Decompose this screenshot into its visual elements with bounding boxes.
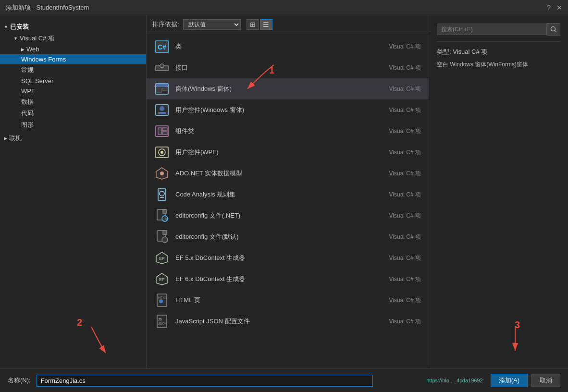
svg-text:EF: EF	[159, 277, 165, 282]
sort-label: 排序依据:	[152, 20, 179, 29]
ef6-dbcontext-category: Visual C# 项	[363, 275, 421, 283]
sidebar-item-online[interactable]: ▶ 联机	[0, 133, 146, 144]
item-form[interactable]: 窗体(Windows 窗体) Visual C# 项	[147, 78, 429, 99]
sidebar-item-changgui[interactable]: 常规	[0, 64, 146, 76]
installed-expand-arrow: ▼	[4, 24, 8, 29]
svg-rect-12	[158, 128, 161, 135]
items-list: C# 类 Visual C# 项 接口 Visual C#	[147, 34, 429, 368]
code-analysis-name: Code Analysis 规则集	[175, 190, 358, 199]
item-json-config[interactable]: JS JSON JavaScript JSON 配置文件 Visual C# 项	[147, 311, 429, 332]
info-description: 空白 Windows 窗体(WinForms)窗体	[437, 60, 560, 69]
form-category: Visual C# 项	[363, 85, 421, 93]
add-button[interactable]: 添加(A)	[491, 374, 528, 387]
search-input[interactable]	[437, 24, 547, 35]
editorconfig-net-category: Visual C# 项	[363, 212, 421, 220]
ef6-dbcontext-name: EF 6.x DbContext 生成器	[175, 275, 358, 283]
component-name: 组件类	[175, 127, 358, 135]
usercontrol-wpf-name: 用户控件(WPF)	[175, 148, 358, 157]
svg-rect-11	[156, 126, 168, 136]
svg-rect-14	[162, 132, 167, 135]
ado-entity-name: ADO.NET 实体数据模型	[175, 169, 358, 178]
item-ef5-dbcontext[interactable]: EF EF 5.x DbContext 生成器 Visual C# 项	[147, 247, 429, 269]
component-category: Visual C# 项	[363, 127, 421, 135]
tuxing-label: 图形	[21, 121, 34, 129]
ef5-dbcontext-name: EF 5.x DbContext 生成器	[175, 254, 358, 262]
svg-point-35	[159, 299, 163, 303]
content-area: 排序依据: 默认值 名称 类型 ⊞ ☰	[147, 15, 429, 368]
web-label: Web	[26, 46, 39, 53]
name-label: 名称(N):	[8, 376, 31, 385]
usercontrol-winforms-category: Visual C# 项	[363, 106, 421, 114]
shuju-label: 数据	[21, 98, 34, 106]
sidebar-item-windows-forms[interactable]: Windows Forms	[0, 54, 146, 64]
editorconfig-net-icon: .N	[154, 208, 170, 223]
usercontrol-wpf-icon	[154, 145, 170, 160]
sort-bar: 排序依据: 默认值 名称 类型 ⊞ ☰	[147, 15, 429, 34]
item-ef6-dbcontext[interactable]: EF EF 6.x DbContext 生成器 Visual C# 项	[147, 269, 429, 290]
usercontrol-winforms-icon	[154, 102, 170, 118]
interface-name: 接口	[175, 63, 358, 72]
grid-view-button[interactable]: ⊞	[247, 19, 259, 30]
sidebar-item-web[interactable]: ▶ Web	[0, 44, 146, 54]
usercontrol-winforms-name: 用户控件(Windows 窗体)	[175, 106, 358, 114]
svg-text:JSON: JSON	[158, 322, 167, 325]
html-page-name: HTML 页	[175, 296, 358, 305]
svg-rect-13	[162, 128, 167, 131]
sidebar-item-wpf[interactable]: WPF	[0, 86, 146, 96]
class-category: Visual C# 项	[363, 43, 421, 51]
sidebar-item-tuxing[interactable]: 图形	[0, 119, 146, 131]
svg-point-19	[160, 172, 164, 175]
html-page-category: Visual C# 项	[363, 296, 421, 305]
help-button[interactable]: ?	[547, 4, 551, 12]
sidebar-item-sql-server[interactable]: SQL Server	[0, 76, 146, 86]
cancel-button[interactable]: 取消	[531, 374, 560, 387]
info-panel: 类型: Visual C# 项 空白 Windows 窗体(WinForms)窗…	[429, 15, 568, 368]
json-config-icon: JS JSON	[154, 314, 170, 329]
editorconfig-default-icon	[154, 229, 170, 245]
item-interface[interactable]: 接口 Visual C# 项	[147, 57, 429, 78]
svg-text:EF: EF	[159, 256, 165, 261]
svg-text:C#: C#	[158, 43, 166, 51]
svg-text:HTML: HTML	[158, 296, 167, 299]
class-icon: C#	[154, 39, 170, 54]
svg-point-17	[161, 151, 163, 154]
item-editorconfig-default[interactable]: editorconfig 文件(默认) Visual C# 项	[147, 226, 429, 247]
name-input[interactable]	[37, 375, 373, 387]
svg-rect-6	[157, 88, 161, 93]
item-usercontrol-wpf[interactable]: 用户控件(WPF) Visual C# 项	[147, 142, 429, 163]
svg-text:.N: .N	[163, 217, 167, 221]
sidebar-installed-header[interactable]: ▼ 已安装	[0, 21, 146, 33]
component-icon	[154, 123, 170, 139]
dialog-title: 添加新项 - StudentInfoSystem	[6, 3, 89, 12]
html-page-icon: HTML	[154, 293, 170, 308]
bottom-bar: 名称(N): https://blo..._4cda19692 添加(A) 取消	[0, 368, 568, 392]
view-icons: ⊞ ☰	[247, 19, 272, 30]
svg-rect-28	[163, 231, 167, 234]
svg-point-9	[160, 106, 164, 111]
close-button[interactable]: ✕	[556, 4, 562, 12]
changgui-label: 常规	[21, 66, 34, 74]
ado-entity-icon	[154, 166, 170, 181]
json-config-name: JavaScript JSON 配置文件	[175, 317, 358, 326]
wpf-label: WPF	[21, 87, 35, 95]
sidebar-item-shuju[interactable]: 数据	[0, 96, 146, 108]
item-code-analysis[interactable]: Code Analysis 规则集 Visual C# 项	[147, 184, 429, 205]
title-bar: 添加新项 - StudentInfoSystem ? ✕	[0, 0, 568, 15]
sidebar-item-visual-csharp[interactable]: ▼ Visual C# 项	[0, 33, 146, 44]
list-view-button[interactable]: ☰	[260, 19, 272, 30]
sidebar-item-daima[interactable]: 代码	[0, 108, 146, 119]
daima-label: 代码	[21, 109, 34, 118]
ef6-dbcontext-icon: EF	[154, 271, 170, 287]
item-editorconfig-net[interactable]: .N editorconfig 文件(.NET) Visual C# 项	[147, 205, 429, 226]
sort-select[interactable]: 默认值 名称 类型	[183, 19, 241, 30]
item-component[interactable]: 组件类 Visual C# 项	[147, 121, 429, 142]
search-button[interactable]	[547, 23, 560, 36]
online-label: 联机	[9, 134, 22, 143]
editorconfig-default-name: editorconfig 文件(默认)	[175, 233, 358, 241]
item-ado-entity[interactable]: ADO.NET 实体数据模型 Visual C# 项	[147, 163, 429, 184]
item-class[interactable]: C# 类 Visual C# 项	[147, 36, 429, 57]
item-html-page[interactable]: HTML HTML 页 Visual C# 项	[147, 290, 429, 311]
interface-icon	[154, 60, 170, 75]
item-usercontrol-winforms[interactable]: 用户控件(Windows 窗体) Visual C# 项	[147, 99, 429, 121]
code-analysis-icon	[154, 187, 170, 202]
